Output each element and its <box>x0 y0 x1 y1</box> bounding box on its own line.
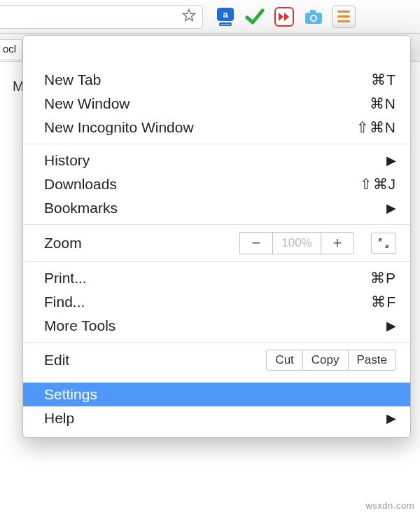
menu-label: Find... <box>44 294 85 310</box>
bookmark-star-icon[interactable] <box>181 8 197 26</box>
submenu-arrow-icon: ▶ <box>386 318 396 334</box>
menu-separator <box>23 378 410 378</box>
tab-fragment[interactable]: ocl <box>0 39 22 59</box>
menu-separator <box>23 144 410 144</box>
browser-toolbar: a <box>0 0 420 34</box>
menu-item-new-tab[interactable]: New Tab ⌘T <box>23 68 410 92</box>
shortcut: ⌘F <box>371 294 396 310</box>
shortcut: ⌘T <box>371 71 396 88</box>
menu-item-settings[interactable]: Settings <box>23 383 410 406</box>
menu-item-new-incognito[interactable]: New Incognito Window ⇧⌘N <box>23 116 410 139</box>
menu-separator <box>23 261 410 262</box>
shortcut: ⌘P <box>370 270 396 287</box>
menu-label: History <box>44 152 90 169</box>
menu-label: More Tools <box>44 317 115 334</box>
menu-item-more-tools[interactable]: More Tools ▶ <box>23 314 410 338</box>
edit-button-group: Cut Copy Paste <box>266 350 396 371</box>
menu-item-history[interactable]: History ▶ <box>23 149 410 172</box>
menu-item-find[interactable]: Find... ⌘F <box>23 290 410 314</box>
shortcut: ⇧⌘N <box>356 119 396 136</box>
checkmark-extension-icon[interactable] <box>245 7 265 27</box>
menu-item-downloads[interactable]: Downloads ⇧⌘J <box>23 172 410 196</box>
menu-separator <box>23 224 410 225</box>
fastforward-extension-icon[interactable] <box>274 7 294 27</box>
menu-label: New Incognito Window <box>44 119 194 136</box>
menu-item-print[interactable]: Print... ⌘P <box>23 266 410 290</box>
menu-separator <box>23 342 410 343</box>
menu-label: New Tab <box>44 71 101 88</box>
menu-label: Help <box>44 410 74 427</box>
menu-item-bookmarks[interactable]: Bookmarks ▶ <box>23 196 410 220</box>
fullscreen-icon <box>378 238 389 249</box>
fullscreen-button[interactable] <box>371 233 396 254</box>
cut-button[interactable]: Cut <box>266 350 302 371</box>
zoom-value: 100% <box>272 233 321 254</box>
hamburger-menu-button[interactable] <box>332 6 356 28</box>
svg-point-9 <box>312 15 316 20</box>
amazon-extension-icon[interactable]: a <box>216 7 235 27</box>
zoom-out-button[interactable]: − <box>240 233 272 254</box>
zoom-controls: − 100% + <box>239 232 354 254</box>
chrome-main-menu: New Tab ⌘T New Window ⌘N New Incognito W… <box>22 35 411 438</box>
menu-item-help[interactable]: Help ▶ <box>23 406 410 430</box>
menu-item-new-window[interactable]: New Window ⌘N <box>23 92 410 116</box>
camera-extension-icon[interactable] <box>304 7 323 27</box>
submenu-arrow-icon: ▶ <box>386 153 396 168</box>
menu-label: Zoom <box>44 235 82 252</box>
shortcut: ⇧⌘J <box>360 176 397 193</box>
menu-item-edit: Edit Cut Copy Paste <box>23 347 410 373</box>
copy-button[interactable]: Copy <box>303 350 348 371</box>
menu-label: Settings <box>44 386 97 403</box>
address-bar[interactable] <box>0 5 203 29</box>
svg-rect-7 <box>310 10 316 13</box>
menu-item-zoom: Zoom − 100% + <box>23 229 410 257</box>
zoom-in-button[interactable]: + <box>321 233 354 254</box>
menu-label: Print... <box>44 270 87 287</box>
menu-label: New Window <box>44 95 130 112</box>
svg-text:a: a <box>223 9 228 20</box>
paste-button[interactable]: Paste <box>348 350 396 371</box>
watermark: wsxdn.com <box>365 500 414 511</box>
extension-icons: a <box>216 7 323 27</box>
shortcut: ⌘N <box>370 95 396 112</box>
menu-label: Downloads <box>44 176 117 193</box>
submenu-arrow-icon: ▶ <box>386 200 396 216</box>
svg-marker-0 <box>183 9 195 20</box>
hamburger-icon <box>337 11 350 22</box>
menu-label: Bookmarks <box>44 200 118 217</box>
menu-label: Edit <box>44 352 69 369</box>
submenu-arrow-icon: ▶ <box>386 411 396 426</box>
